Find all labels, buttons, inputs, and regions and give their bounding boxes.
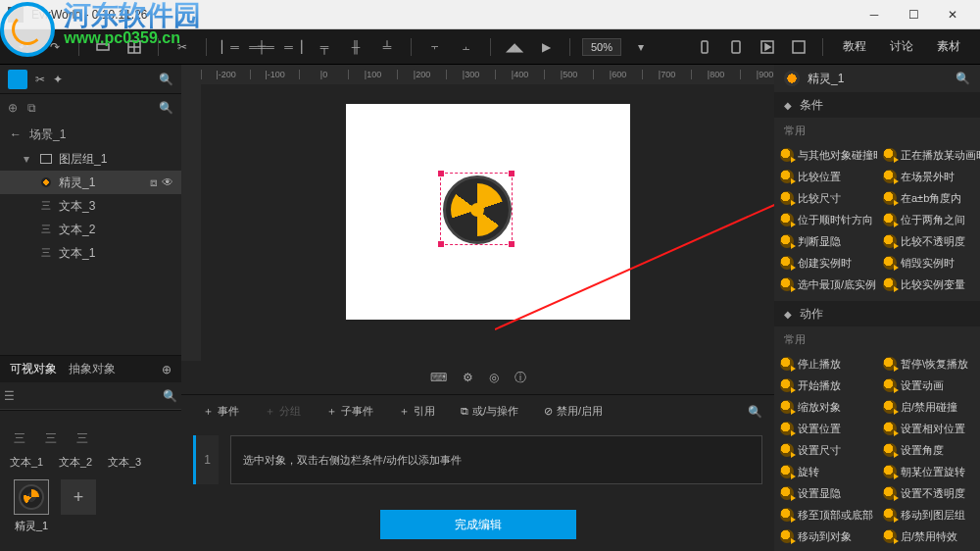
action-item[interactable]: 选中最顶/底实例 — [774, 274, 877, 295]
device-phone-icon[interactable] — [693, 35, 716, 59]
conditions-section-header[interactable]: 条件 — [774, 92, 980, 118]
close-button[interactable]: ✕ — [933, 3, 972, 26]
minimize-button[interactable]: ─ — [855, 3, 894, 26]
stage[interactable] — [346, 104, 630, 320]
lock-icon[interactable]: ⧈ — [150, 175, 158, 189]
search-icon[interactable]: 🔍 — [159, 73, 173, 86]
action-item[interactable]: 移动到图层组 — [877, 504, 980, 526]
globe-icon[interactable]: ◎ — [489, 371, 499, 384]
maximize-button[interactable]: ☐ — [894, 3, 933, 26]
eye-icon[interactable]: 👁 — [162, 175, 173, 189]
sprite-graphic[interactable] — [443, 175, 512, 244]
action-item[interactable]: 比较位置 — [774, 166, 877, 187]
disable-enable-button[interactable]: ⊘禁用/启用 — [534, 400, 612, 423]
actions-section-header[interactable]: 动作 — [774, 301, 980, 326]
action-item[interactable]: 移至顶部或底部 — [774, 504, 877, 526]
obj-tab-3[interactable]: 文本_3 — [108, 455, 147, 470]
device-tablet-icon[interactable] — [724, 35, 748, 59]
align-bottom-button[interactable]: ╧ — [375, 35, 399, 59]
wand-icon[interactable]: ✦ — [53, 73, 63, 86]
gear-icon[interactable]: ⚙ — [463, 371, 473, 384]
action-item[interactable]: 比较不透明度 — [877, 230, 980, 252]
zoom-dropdown-icon[interactable]: ▾ — [629, 35, 653, 59]
scene-row[interactable]: ← 场景_1 — [0, 122, 181, 147]
action-item[interactable]: 设置动画 — [877, 375, 980, 396]
undo-button[interactable]: ↶ — [12, 35, 35, 59]
action-item[interactable]: 在场景外时 — [877, 166, 980, 187]
preview-button[interactable] — [756, 35, 779, 59]
add-quote-button[interactable]: ＋引用 — [389, 400, 445, 423]
add-object-icon[interactable]: ⊕ — [162, 363, 172, 376]
action-item[interactable]: 设置相对位置 — [877, 418, 980, 439]
search-icon[interactable]: 🔍 — [163, 389, 177, 403]
resize-handle-br[interactable] — [509, 241, 514, 247]
search-icon[interactable]: 🔍 — [956, 72, 970, 85]
action-item[interactable]: 缩放对象 — [774, 396, 877, 418]
align-middle-button[interactable]: ╫ — [344, 35, 368, 59]
flip-h-button[interactable]: ◢◣ — [503, 35, 526, 59]
search-icon[interactable]: 🔍 — [159, 101, 173, 115]
action-item[interactable]: 判断显隐 — [774, 230, 877, 252]
layer-group-row[interactable]: ▾ 图层组_1 — [0, 147, 181, 171]
action-item[interactable]: 设置不透明度 — [877, 482, 980, 504]
scissors-button[interactable]: ✂ — [171, 35, 194, 59]
toggle-ruler-button[interactable] — [91, 35, 115, 59]
or-and-button[interactable]: ⧉或/与操作 — [451, 400, 528, 423]
abstract-objects-tab[interactable]: 抽象对象 — [69, 361, 116, 377]
align-top-button[interactable]: ╤ — [313, 35, 336, 59]
action-item[interactable]: 启/禁用碰撞 — [877, 396, 980, 418]
add-sprite-button[interactable]: + — [61, 479, 96, 533]
action-item[interactable]: 设置显隐 — [774, 482, 877, 504]
action-item[interactable]: 开始播放 — [774, 375, 877, 396]
action-item[interactable]: 销毁实例时 — [877, 252, 980, 274]
action-item[interactable]: 设置位置 — [774, 418, 877, 439]
action-item[interactable]: 停止播放 — [774, 353, 877, 375]
action-item[interactable]: 启/禁用特效 — [877, 526, 980, 547]
left-tab-scene-icon[interactable] — [8, 70, 27, 89]
action-item[interactable]: 设置角度 — [877, 439, 980, 461]
layer-text3-row[interactable]: 三 文本_3 — [0, 194, 181, 218]
layer-sprite-row[interactable]: 精灵_1 ⧈ 👁 — [0, 171, 181, 194]
event-placeholder[interactable]: 选中对象，双击右侧边栏条件/动作以添加事件 — [230, 435, 762, 484]
nav-material[interactable]: 素材 — [929, 38, 968, 55]
add-icon[interactable]: ⊕ — [8, 101, 18, 115]
action-item[interactable]: 朝某位置旋转 — [877, 461, 980, 482]
nav-discuss[interactable]: 讨论 — [882, 38, 921, 55]
fullscreen-button[interactable] — [787, 35, 810, 59]
align-right-button[interactable]: ═▕ — [281, 35, 305, 59]
flip-v-button[interactable]: ▶ — [534, 35, 558, 59]
list-view-icon[interactable]: ☰ — [4, 389, 15, 403]
action-item[interactable]: 位于顺时针方向 — [774, 209, 877, 230]
action-item[interactable]: 设置尺寸 — [774, 439, 877, 461]
action-item[interactable]: 创建实例时 — [774, 252, 877, 274]
obj-tab-2[interactable]: 文本_2 — [59, 455, 98, 470]
selected-sprite-bbox[interactable] — [440, 173, 513, 245]
canvas-area[interactable]: |-200|-100|0|100|200|300|400|500|600|700… — [181, 65, 774, 361]
redo-button[interactable]: ↷ — [43, 35, 67, 59]
distribute-v-button[interactable]: ⫠ — [455, 35, 478, 59]
action-item[interactable]: 暂停\恢复播放 — [877, 353, 980, 375]
add-event-button[interactable]: ＋事件 — [193, 400, 249, 423]
keyboard-icon[interactable]: ⌨ — [430, 371, 447, 384]
action-item[interactable]: 正在播放某动画时 — [877, 144, 980, 166]
toggle-grid-button[interactable] — [122, 35, 146, 59]
action-item[interactable]: 比较实例变量 — [877, 274, 980, 295]
distribute-h-button[interactable]: ⫟ — [423, 35, 447, 59]
add-child-event-button[interactable]: ＋子事件 — [317, 400, 383, 423]
layer-text1-row[interactable]: 三 文本_1 — [0, 241, 181, 265]
zoom-select[interactable]: 50% — [582, 38, 621, 56]
action-item[interactable]: 移动到对象 — [774, 526, 877, 547]
signal-icon[interactable]: ⓘ — [514, 370, 526, 386]
finish-edit-button[interactable]: 完成编辑 — [380, 510, 576, 539]
action-item[interactable]: 比较尺寸 — [774, 187, 877, 209]
nav-tutorial[interactable]: 教程 — [835, 38, 874, 55]
layer-text2-row[interactable]: 三 文本_2 — [0, 218, 181, 241]
copy-icon[interactable]: ⧉ — [27, 101, 36, 115]
visible-objects-tab[interactable]: 可视对象 — [10, 361, 57, 377]
resize-handle-tr[interactable] — [509, 171, 514, 176]
search-icon[interactable]: 🔍 — [748, 405, 762, 419]
align-center-button[interactable]: ═╪═ — [250, 35, 273, 59]
crop-icon[interactable]: ✂ — [35, 73, 45, 86]
resize-handle-tl[interactable] — [438, 171, 444, 176]
action-item[interactable]: 在a±b角度内 — [877, 187, 980, 209]
